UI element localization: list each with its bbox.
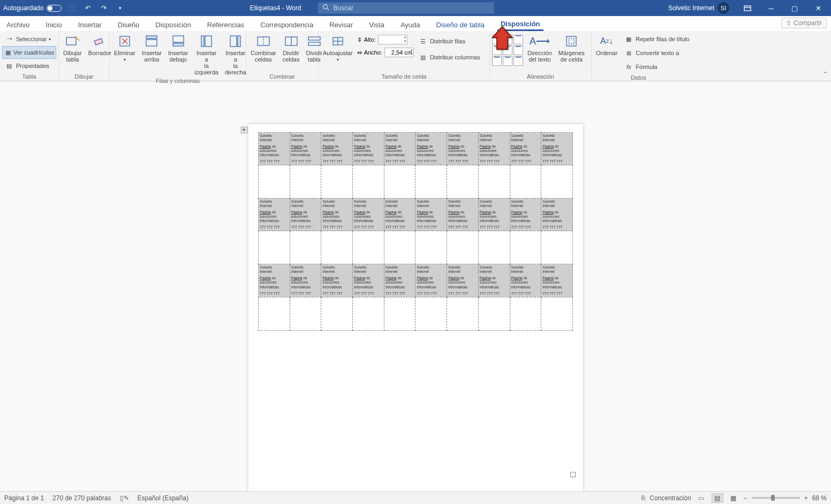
insertar-izquierda-button[interactable]: Insertar a la izquierda: [192, 33, 221, 77]
label-cell[interactable]: SolveticInternetPagina de soluciones inf…: [478, 198, 510, 231]
status-language[interactable]: Español (España): [138, 494, 188, 502]
label-cell[interactable]: [541, 297, 573, 330]
table-row[interactable]: [259, 165, 573, 198]
table-row[interactable]: SolveticInternetPagina de soluciones inf…: [259, 133, 573, 165]
customize-qat-icon[interactable]: ▾: [114, 2, 126, 14]
ver-cuadriculas-button[interactable]: ▦Ver cuadrículas: [2, 46, 56, 59]
label-cell[interactable]: SolveticInternetPagina de soluciones inf…: [353, 264, 384, 297]
label-cell[interactable]: [321, 165, 353, 198]
tab-disposicion-tabla[interactable]: Disposición: [497, 18, 543, 31]
align-mid-center[interactable]: [503, 45, 512, 55]
distribuir-columnas-button[interactable]: ▥Distribuir columnas: [416, 51, 482, 64]
align-top-center[interactable]: [503, 35, 512, 44]
align-mid-right[interactable]: [513, 45, 523, 55]
label-cell[interactable]: [447, 231, 479, 264]
label-cell[interactable]: SolveticInternetPagina de soluciones inf…: [541, 133, 573, 165]
label-cell[interactable]: SolveticInternetPagina de soluciones inf…: [447, 133, 479, 165]
label-cell[interactable]: [510, 165, 541, 198]
tab-revisar[interactable]: Revisar: [326, 19, 356, 31]
align-top-right[interactable]: [513, 35, 523, 44]
label-cell[interactable]: SolveticInternetPagina de soluciones inf…: [510, 198, 541, 231]
distribuir-filas-button[interactable]: ☰Distribuir filas: [416, 35, 482, 48]
align-bot-center[interactable]: [503, 56, 512, 66]
label-cell[interactable]: SolveticInternetPagina de soluciones inf…: [321, 133, 353, 165]
align-bot-left[interactable]: [492, 56, 502, 66]
label-cell[interactable]: SolveticInternetPagina de soluciones inf…: [259, 198, 290, 231]
save-icon[interactable]: [66, 2, 78, 14]
align-bot-right[interactable]: [513, 56, 523, 66]
tab-diseno[interactable]: Diseño: [115, 19, 142, 31]
label-cell[interactable]: SolveticInternetPagina de soluciones inf…: [321, 264, 353, 297]
label-cell[interactable]: [384, 297, 416, 330]
tab-disposicion[interactable]: Disposición: [152, 19, 194, 31]
tab-ayuda[interactable]: Ayuda: [397, 19, 424, 31]
insertar-derecha-button[interactable]: Insertar a la derecha: [223, 33, 248, 77]
tab-correspondencia[interactable]: Correspondencia: [257, 19, 316, 31]
label-cell[interactable]: SolveticInternetPagina de soluciones inf…: [384, 133, 416, 165]
label-cell[interactable]: [541, 165, 573, 198]
label-cell[interactable]: SolveticInternetPagina de soluciones inf…: [353, 133, 384, 165]
zoom-slider[interactable]: [752, 497, 800, 499]
table-row[interactable]: SolveticInternetPagina de soluciones inf…: [259, 264, 573, 297]
formula-button[interactable]: fxFórmula: [622, 60, 691, 73]
zoom-level[interactable]: 68 %: [812, 494, 827, 502]
autosave-toggle[interactable]: Autoguardado: [3, 4, 62, 12]
undo-icon[interactable]: ↶: [82, 2, 94, 14]
align-mid-left[interactable]: [492, 45, 502, 55]
label-cell[interactable]: SolveticInternetPagina de soluciones inf…: [259, 264, 290, 297]
view-print-icon[interactable]: ▤: [712, 493, 723, 503]
label-cell[interactable]: SolveticInternetPagina de soluciones inf…: [510, 133, 541, 165]
account-button[interactable]: Solvetic Internet SI: [668, 2, 729, 14]
insertar-arriba-button[interactable]: Insertar arriba: [140, 33, 164, 64]
label-cell[interactable]: [510, 231, 541, 264]
seleccionar-button[interactable]: ⭬Seleccionar▾: [2, 33, 56, 45]
label-cell[interactable]: [259, 165, 290, 198]
label-cell[interactable]: [353, 297, 384, 330]
label-cell[interactable]: SolveticInternetPagina de soluciones inf…: [478, 133, 510, 165]
tab-referencias[interactable]: Referencias: [204, 19, 247, 31]
label-cell[interactable]: SolveticInternetPagina de soluciones inf…: [447, 198, 479, 231]
document-area[interactable]: ✥ SolveticInternetPagina de soluciones i…: [0, 81, 831, 491]
label-cell[interactable]: SolveticInternetPagina de soluciones inf…: [290, 198, 321, 231]
label-cell[interactable]: [447, 297, 479, 330]
dividir-celdas-button[interactable]: Dividir celdas: [281, 33, 302, 64]
alignment-grid[interactable]: [492, 35, 523, 66]
label-cell[interactable]: SolveticInternetPagina de soluciones inf…: [384, 264, 416, 297]
direccion-texto-button[interactable]: A⟶Dirección del texto: [525, 33, 554, 64]
ribbon-display-options-icon[interactable]: [737, 0, 758, 16]
label-cell[interactable]: SolveticInternetPagina de soluciones inf…: [384, 198, 416, 231]
insertar-debajo-button[interactable]: Insertar debajo: [166, 33, 190, 64]
label-cell[interactable]: [541, 231, 573, 264]
label-cell[interactable]: [321, 231, 353, 264]
propiedades-button[interactable]: ▤Propiedades: [2, 59, 56, 72]
zoom-in-button[interactable]: +: [804, 494, 808, 502]
eliminar-button[interactable]: Eliminar▾: [112, 33, 138, 63]
label-cell[interactable]: [290, 297, 321, 330]
label-cell[interactable]: [321, 297, 353, 330]
tab-insertar[interactable]: Insertar: [75, 19, 105, 31]
label-cell[interactable]: [290, 231, 321, 264]
label-cell[interactable]: SolveticInternetPagina de soluciones inf…: [541, 198, 573, 231]
table-resize-handle[interactable]: [570, 472, 576, 477]
autoajustar-button[interactable]: Autoajustar▾: [321, 33, 355, 63]
search-input[interactable]: Buscar: [318, 2, 494, 14]
label-cell[interactable]: [384, 231, 416, 264]
view-read-icon[interactable]: ▭: [696, 493, 707, 503]
label-cell[interactable]: [447, 165, 479, 198]
label-cell[interactable]: [384, 165, 416, 198]
margenes-celda-button[interactable]: Márgenes de celda: [556, 33, 587, 64]
label-cell[interactable]: [478, 297, 510, 330]
label-cell[interactable]: [259, 231, 290, 264]
zoom-out-button[interactable]: −: [744, 494, 747, 502]
labels-table[interactable]: SolveticInternetPagina de soluciones inf…: [258, 132, 573, 331]
label-cell[interactable]: [259, 297, 290, 330]
align-top-left[interactable]: [492, 35, 502, 44]
tab-inicio[interactable]: Inicio: [42, 19, 65, 31]
dibujar-tabla-button[interactable]: Dibujar tabla: [61, 33, 84, 64]
share-button[interactable]: ⇪ Compartir: [781, 18, 827, 28]
collapse-ribbon-icon[interactable]: ⌃: [823, 71, 828, 78]
label-cell[interactable]: SolveticInternetPagina de soluciones inf…: [416, 198, 447, 231]
table-move-handle[interactable]: ✥: [241, 127, 247, 133]
combinar-celdas-button[interactable]: Combinar celdas: [248, 33, 278, 64]
view-web-icon[interactable]: ▦: [728, 493, 739, 503]
